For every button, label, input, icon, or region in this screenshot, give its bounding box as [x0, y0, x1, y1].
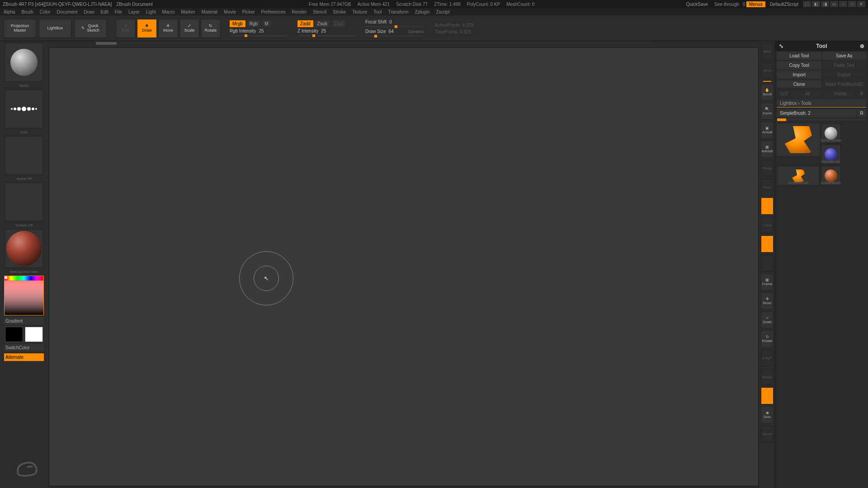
- expand-icon[interactable]: ⊕: [860, 43, 864, 49]
- scale-mode-button[interactable]: ⤢Scale: [179, 19, 199, 38]
- menu-texture[interactable]: Texture: [352, 9, 367, 14]
- all-button[interactable]: All: [792, 90, 824, 98]
- menu-file[interactable]: File: [115, 9, 122, 14]
- tool-panel-header[interactable]: ⤡ Tool ⊕: [775, 41, 868, 51]
- zcut-toggle[interactable]: Zcut: [331, 20, 345, 27]
- menu-zplugin[interactable]: Zplugin: [415, 9, 430, 14]
- tool-thumb-sphere[interactable]: SphereBrush: [821, 123, 841, 143]
- quicksave-button[interactable]: QuickSave: [686, 2, 708, 7]
- move-mode-button[interactable]: ✢Move: [158, 19, 178, 38]
- zsub-toggle[interactable]: Zsub: [315, 20, 330, 27]
- r2-button[interactable]: R: [857, 109, 866, 117]
- window-btn-4[interactable]: ▭: [830, 1, 838, 7]
- menus-toggle[interactable]: Menus: [746, 1, 765, 7]
- draw-mode-button[interactable]: ✥Draw: [137, 19, 157, 38]
- menu-light[interactable]: Light: [146, 9, 156, 14]
- menu-zscript[interactable]: Zscript: [436, 9, 449, 14]
- copy-tool-button[interactable]: Copy Tool: [777, 61, 821, 69]
- alternate-button[interactable]: Alternate: [4, 353, 44, 361]
- local-button[interactable]: [761, 197, 774, 215]
- focal-shift-slider[interactable]: [365, 26, 424, 28]
- bpr-button[interactable]: BPR: [761, 43, 774, 60]
- close-button[interactable]: ✕: [857, 1, 865, 7]
- sprv-button[interactable]: SPrv: [761, 62, 774, 79]
- menu-material[interactable]: Material: [202, 9, 218, 14]
- make-polymesh-button[interactable]: Make PolyMesh3D: [822, 80, 867, 88]
- xpose-button[interactable]: [761, 235, 774, 253]
- rotate-mode-button[interactable]: ↻Rotate: [201, 19, 221, 38]
- viewport-scale-button[interactable]: ⤢Scale: [761, 311, 774, 328]
- material-thumbnail[interactable]: [5, 229, 43, 268]
- menu-render[interactable]: Render: [292, 9, 307, 14]
- current-tool-name[interactable]: SimpleBrush. 2: [777, 109, 856, 117]
- m-toggle[interactable]: M: [262, 20, 271, 27]
- primary-color-swatch[interactable]: [25, 327, 43, 342]
- zoom-button[interactable]: 🔍Zoom: [761, 103, 774, 120]
- lightbox-button[interactable]: LightBox: [39, 19, 71, 38]
- menu-preferences[interactable]: Preferences: [261, 9, 286, 14]
- tool-slider[interactable]: [777, 119, 866, 121]
- menu-layer[interactable]: Layer: [128, 9, 140, 14]
- zadd-toggle[interactable]: Zadd: [297, 20, 313, 27]
- tool-thumb-eraser[interactable]: EraserBrush: [821, 166, 841, 186]
- transp-button[interactable]: Transp: [761, 368, 774, 385]
- quick-sketch-button[interactable]: ✎Quick Sketch: [74, 19, 107, 38]
- tool-thumb-simple2[interactable]: SimpleBrush: [777, 166, 820, 186]
- dynamic-label[interactable]: Dynamic: [408, 29, 424, 34]
- window-btn-3[interactable]: ◨: [821, 1, 829, 7]
- paste-tool-button[interactable]: Paste Tool: [822, 61, 867, 69]
- projection-master-button[interactable]: Projection Master: [4, 19, 36, 38]
- gradient-button[interactable]: Gradient: [4, 317, 44, 325]
- maximize-button[interactable]: □: [848, 1, 856, 7]
- alpha-thumbnail[interactable]: [5, 136, 43, 175]
- clone-button[interactable]: Clone: [777, 80, 821, 88]
- brush-thumbnail[interactable]: [5, 43, 43, 82]
- lightbox-tools-header[interactable]: Lightbox › Tools: [777, 99, 866, 108]
- menu-stroke[interactable]: Stroke: [333, 9, 346, 14]
- visible-button[interactable]: Visible: [825, 90, 857, 98]
- texture-thumbnail[interactable]: [5, 183, 43, 221]
- z-intensity-slider[interactable]: [297, 35, 356, 37]
- see-through-control[interactable]: See-through 0: [714, 2, 745, 7]
- menu-picker[interactable]: Picker: [242, 9, 255, 14]
- menu-brush[interactable]: Brush: [22, 9, 33, 14]
- menu-movie[interactable]: Movie: [224, 9, 236, 14]
- menu-edit[interactable]: Edit: [101, 9, 108, 14]
- actual-button[interactable]: ▣Actual: [761, 122, 774, 139]
- menu-draw[interactable]: Draw: [84, 9, 94, 14]
- rgb-toggle[interactable]: Rgb: [247, 20, 260, 27]
- menu-color[interactable]: Color: [40, 9, 51, 14]
- solo-button[interactable]: ◉Solo: [761, 406, 774, 423]
- menu-stencil[interactable]: Stencil: [313, 9, 326, 14]
- menu-alpha[interactable]: Alpha: [4, 9, 15, 14]
- blank1[interactable]: [761, 254, 774, 272]
- edit-mode-button[interactable]: ✦Edit: [116, 19, 136, 38]
- aahalf-button[interactable]: ▦AAHalf: [761, 141, 774, 158]
- rgb-intensity-slider[interactable]: [230, 35, 288, 37]
- load-tool-button[interactable]: Load Tool: [777, 52, 821, 60]
- minimize-button[interactable]: –: [839, 1, 847, 7]
- import-button[interactable]: Import: [777, 71, 821, 79]
- viewport-move-button[interactable]: ✥Move: [761, 292, 774, 310]
- persp-button[interactable]: Persp: [761, 160, 774, 177]
- floor-button[interactable]: Floor: [761, 178, 774, 196]
- switch-color-button[interactable]: SwitchColor: [4, 344, 44, 352]
- canvas-tab[interactable]: [96, 42, 117, 45]
- window-btn-1[interactable]: ⬚: [803, 1, 811, 7]
- frame-button[interactable]: ▦Frame: [761, 273, 774, 291]
- color-picker[interactable]: [4, 276, 44, 315]
- grz-button[interactable]: GrZ: [777, 90, 791, 98]
- menu-document[interactable]: Document: [57, 9, 78, 14]
- menu-macro[interactable]: Macro: [162, 9, 175, 14]
- secondary-color-swatch[interactable]: [5, 327, 23, 342]
- menu-tool[interactable]: Tool: [373, 9, 382, 14]
- current-tool-thumbnail[interactable]: [777, 123, 820, 156]
- lsym-button[interactable]: LSym: [761, 216, 774, 234]
- save-as-button[interactable]: Save As: [822, 52, 867, 60]
- scroll-button[interactable]: ✋Scroll: [761, 84, 774, 101]
- export-button[interactable]: Export: [822, 71, 867, 79]
- polyf-button[interactable]: PolyF: [761, 349, 774, 366]
- viewport-rotate-button[interactable]: ↻Rotate: [761, 330, 774, 347]
- default-script[interactable]: DefaultZScript: [770, 2, 798, 7]
- r-button[interactable]: R: [857, 90, 866, 98]
